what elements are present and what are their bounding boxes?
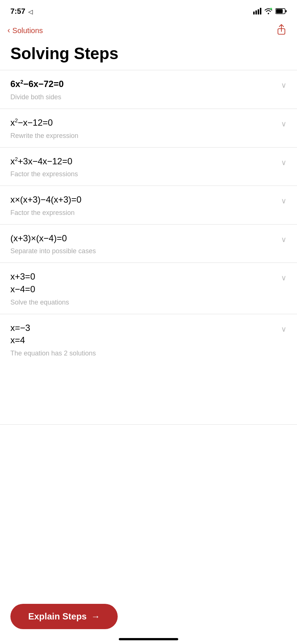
step-chevron-4: ∨ xyxy=(281,196,287,205)
location-icon: ◁ xyxy=(28,9,33,15)
step-description-2: Rewrite the expression xyxy=(10,132,287,140)
step-equation-4: x×(x+3)−4(x+3)=0 xyxy=(10,193,287,206)
step-chevron-2: ∨ xyxy=(281,119,287,128)
status-bar: 7:57 ◁ xyxy=(0,0,297,20)
step-description-1: Divide both sides xyxy=(10,93,287,101)
wifi-icon xyxy=(264,8,272,15)
svg-rect-2 xyxy=(258,9,259,15)
battery-icon xyxy=(275,8,287,14)
nav-bar: ‹ Solutions xyxy=(0,20,297,41)
explain-steps-button[interactable]: Explain Steps → xyxy=(10,604,118,629)
back-chevron-icon: ‹ xyxy=(7,26,10,35)
step-equation-5: (x+3)×(x−4)=0 xyxy=(10,232,287,245)
step-item-5[interactable]: (x+3)×(x−4)=0 Separate into possible cas… xyxy=(0,225,297,263)
home-indicator xyxy=(119,638,178,640)
status-time: 7:57 xyxy=(10,7,25,15)
step-equation-2: x2−x−12=0 xyxy=(10,116,287,129)
step-equation-7: x=−3x=4 xyxy=(10,322,287,347)
step-item-1[interactable]: 6x2−6x−72=0 Divide both sides ∨ xyxy=(0,70,297,109)
step-equation-6: x+3=0x−4=0 xyxy=(10,270,287,295)
step-chevron-7: ∨ xyxy=(281,325,287,334)
svg-rect-3 xyxy=(260,8,261,15)
explain-steps-label: Explain Steps xyxy=(28,611,87,622)
step-description-5: Separate into possible cases xyxy=(10,247,287,255)
svg-rect-1 xyxy=(255,10,257,15)
signal-icon xyxy=(253,8,261,15)
back-label: Solutions xyxy=(12,26,43,35)
back-button[interactable]: ‹ Solutions xyxy=(7,26,43,35)
step-chevron-3: ∨ xyxy=(281,158,287,167)
step-chevron-5: ∨ xyxy=(281,235,287,244)
bottom-area: Explain Steps → xyxy=(0,598,297,644)
share-icon xyxy=(276,24,287,35)
share-button[interactable] xyxy=(276,24,287,37)
svg-rect-6 xyxy=(285,10,287,12)
svg-rect-0 xyxy=(253,12,255,15)
svg-rect-7 xyxy=(276,9,283,13)
step-equation-1: 6x2−6x−72=0 xyxy=(10,78,287,90)
explain-steps-arrow-icon: → xyxy=(91,611,100,622)
svg-point-4 xyxy=(270,8,272,10)
page-title: Solving Steps xyxy=(0,41,297,70)
step-item-4[interactable]: x×(x+3)−4(x+3)=0 Factor the expression ∨ xyxy=(0,186,297,225)
step-chevron-1: ∨ xyxy=(281,81,287,90)
step-item-7[interactable]: x=−3x=4 The equation has 2 solutions ∨ xyxy=(0,314,297,425)
step-equation-3: x2+3x−4x−12=0 xyxy=(10,155,287,168)
steps-list: 6x2−6x−72=0 Divide both sides ∨ x2−x−12=… xyxy=(0,70,297,424)
step-item-2[interactable]: x2−x−12=0 Rewrite the expression ∨ xyxy=(0,109,297,148)
status-icons xyxy=(253,8,287,15)
step-item-6[interactable]: x+3=0x−4=0 Solve the equations ∨ xyxy=(0,263,297,314)
step-description-3: Factor the expressions xyxy=(10,170,287,178)
step-description-6: Solve the equations xyxy=(10,299,287,306)
step-item-3[interactable]: x2+3x−4x−12=0 Factor the expressions ∨ xyxy=(0,148,297,186)
step-description-4: Factor the expression xyxy=(10,209,287,217)
step-description-7: The equation has 2 solutions xyxy=(10,350,287,357)
step-chevron-6: ∨ xyxy=(281,273,287,282)
